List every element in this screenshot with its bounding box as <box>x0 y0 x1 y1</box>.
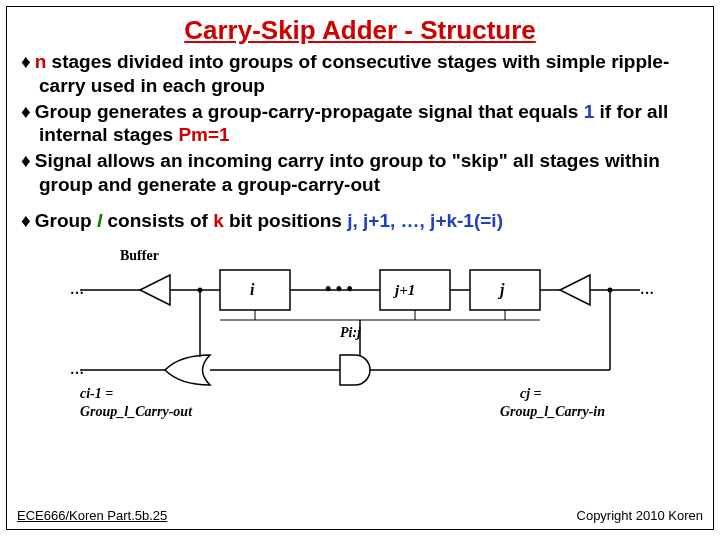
bullet-4b: consists of <box>102 210 213 231</box>
ellipsis-out: … <box>70 362 84 377</box>
footer-right: Copyright 2010 Koren <box>577 508 703 523</box>
pij-label: Pi:j <box>340 325 361 340</box>
bullet-1-n: n <box>35 51 47 72</box>
ellipsis-right: … <box>640 282 654 297</box>
footer-left: ECE666/Koren Part.5b.25 <box>17 508 167 523</box>
bullet-4a: Group <box>35 210 97 231</box>
buffer-label: Buffer <box>120 248 159 263</box>
bullet-3-text: Signal allows an incoming carry into gro… <box>35 150 660 195</box>
bullet-2-pm: Pm <box>178 124 208 145</box>
bullet-2-eq1: =1 <box>208 124 230 145</box>
stage-j1-label: j+1 <box>393 282 415 298</box>
bullet-1: ♦n stages divided into groups of consecu… <box>21 50 699 98</box>
bullet-4c: bit positions <box>224 210 348 231</box>
bullet-2-one: 1 <box>584 101 595 122</box>
ellipsis-left: … <box>70 282 84 297</box>
stage-box-j <box>470 270 540 310</box>
stage-i-label: i <box>250 281 255 298</box>
svg-point-11 <box>198 288 203 293</box>
group-in-label: Group_l_Carry-in <box>500 404 605 419</box>
bullet-4-j: j, j+1, …, j+k-1(=i) <box>347 210 503 231</box>
bullet-4: ♦Group l consists of k bit positions j, … <box>21 209 699 233</box>
and-gate-icon <box>340 355 370 385</box>
bullet-4-k: k <box>213 210 224 231</box>
ci-minus-label: ci-1 = <box>80 386 113 401</box>
slide-title: Carry-Skip Adder - Structure <box>7 15 713 46</box>
bullet-icon: ♦ <box>21 210 31 231</box>
bullet-2a: Group generates a group-carry-propagate … <box>35 101 584 122</box>
carry-skip-diagram: … Buffer i • • • j+1 j … <box>60 240 660 420</box>
content-area: ♦n stages divided into groups of consecu… <box>7 46 713 420</box>
bullet-icon: ♦ <box>21 51 31 72</box>
cj-label: cj = <box>520 386 542 401</box>
group-out-label: Group_l_Carry-out <box>80 404 193 419</box>
bullet-icon: ♦ <box>21 150 31 171</box>
buffer-right-icon <box>560 275 590 305</box>
buffer-left-icon <box>140 275 170 305</box>
bullet-2: ♦Group generates a group-carry-propagate… <box>21 100 699 148</box>
bullet-3: ♦Signal allows an incoming carry into gr… <box>21 149 699 197</box>
stage-box-i <box>220 270 290 310</box>
or-gate-icon <box>165 355 210 385</box>
slide-frame: Carry-Skip Adder - Structure ♦n stages d… <box>6 6 714 530</box>
stage-dots: • • • <box>325 279 353 299</box>
bullet-icon: ♦ <box>21 101 31 122</box>
bullet-1-text: stages divided into groups of consecutiv… <box>39 51 669 96</box>
